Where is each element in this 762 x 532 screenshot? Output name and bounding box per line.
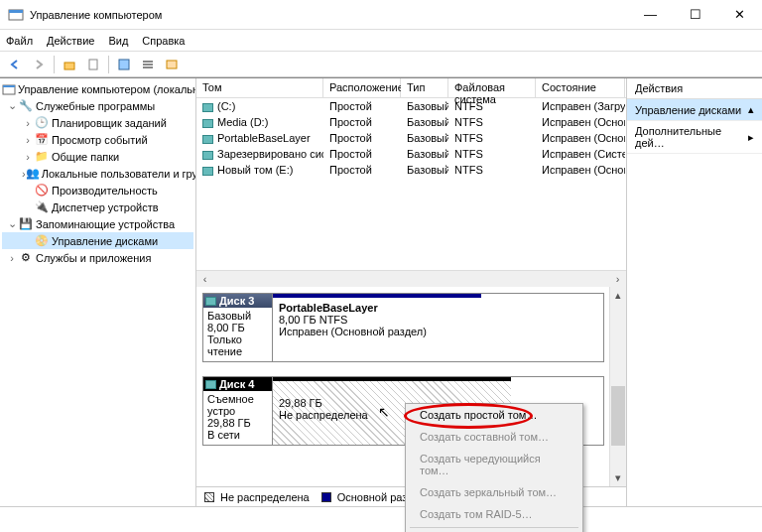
tree-event-viewer[interactable]: ›📅Просмотр событий	[2, 131, 193, 148]
ctx-create-simple-volume[interactable]: Создать простой том…	[406, 404, 582, 426]
svg-rect-4	[119, 60, 129, 69]
actions-panel: Действия Управление дисками▴ Дополнитель…	[627, 78, 762, 506]
chevron-up-icon: ▴	[748, 103, 754, 116]
tree-storage[interactable]: ⌄💾Запоминающие устройства	[2, 215, 193, 232]
window-title: Управление компьютером	[30, 9, 162, 21]
volume-icon	[202, 167, 213, 176]
disk-icon	[205, 380, 216, 389]
ctx-create-raid5-volume: Создать том RAID-5…	[406, 503, 582, 525]
tree-performance[interactable]: 🚫Производительность	[2, 182, 193, 199]
menu-view[interactable]: Вид	[108, 35, 128, 47]
col-volume[interactable]: Том	[196, 78, 323, 97]
expand-icon[interactable]: ⌄	[6, 217, 18, 230]
refresh-button[interactable]	[113, 54, 135, 75]
actions-header: Действия	[627, 78, 762, 99]
expand-icon[interactable]: ›	[22, 117, 34, 129]
table-row[interactable]: (C:)ПростойБазовыйNTFSИсправен (Загрузка…	[196, 98, 626, 114]
expand-icon[interactable]: ›	[22, 134, 34, 146]
ctx-create-striped-volume: Создать чередующийся том…	[406, 448, 582, 481]
volume-grid: Том Расположение Тип Файловая система Со…	[196, 78, 626, 287]
scroll-down-icon[interactable]: ▾	[610, 469, 626, 486]
tree-shared-folders[interactable]: ›📁Общие папки	[2, 148, 193, 165]
svg-rect-3	[89, 60, 97, 69]
ctx-create-mirrored-volume: Создать зеркальный том…	[406, 481, 582, 503]
volume-icon	[202, 151, 213, 160]
help-button[interactable]	[161, 54, 183, 75]
disk-icon	[205, 297, 216, 306]
vertical-scrollbar[interactable]: ▴ ▾	[609, 287, 626, 486]
ctx-create-spanned-volume: Создать составной том…	[406, 426, 582, 448]
titlebar: Управление компьютером — ☐ ✕	[0, 0, 762, 30]
volume-icon	[202, 119, 213, 128]
tree-system-tools[interactable]: ⌄🔧Служебные программы	[2, 97, 193, 114]
grid-header: Том Расположение Тип Файловая система Со…	[196, 78, 626, 98]
scroll-left-icon[interactable]: ‹	[196, 271, 213, 288]
scroll-up-icon[interactable]: ▴	[610, 287, 626, 304]
tree-local-users[interactable]: ›👥Локальные пользователи и группы	[2, 165, 193, 182]
table-row[interactable]: PortableBaseLayerПростойБазовыйNTFSИспра…	[196, 130, 626, 146]
svg-rect-8	[167, 61, 177, 68]
cursor-icon: ↖	[378, 404, 390, 420]
disk-3[interactable]: Диск 3 Базовый 8,00 ГБ Только чтение Por…	[202, 293, 604, 362]
table-row[interactable]: Media (D:)ПростойБазовыйNTFSИсправен (Ос…	[196, 114, 626, 130]
list-button[interactable]	[137, 54, 159, 75]
scrollbar-thumb[interactable]	[611, 386, 625, 446]
menu-file[interactable]: Файл	[6, 35, 33, 47]
partition-portablebaselayer[interactable]: PortableBaseLayer 8,00 ГБ NTFS Исправен …	[273, 294, 481, 361]
expand-icon[interactable]: ⌄	[6, 99, 18, 112]
back-button[interactable]	[4, 54, 26, 75]
tree-panel: Управление компьютером (локальным) ⌄🔧Слу…	[0, 78, 196, 506]
maximize-button[interactable]: ☐	[673, 0, 717, 29]
menu-action[interactable]: Действие	[47, 35, 94, 47]
props-button[interactable]	[82, 54, 104, 75]
forward-button[interactable]	[28, 54, 50, 75]
close-button[interactable]: ✕	[717, 0, 762, 29]
volume-icon	[202, 135, 213, 144]
minimize-button[interactable]: —	[628, 0, 673, 29]
tree-task-scheduler[interactable]: ›🕒Планировщик заданий	[2, 114, 193, 131]
actions-disk-management[interactable]: Управление дисками▴	[627, 99, 762, 121]
menubar: Файл Действие Вид Справка	[0, 30, 762, 52]
statusbar	[0, 506, 762, 528]
svg-rect-7	[143, 66, 153, 68]
chevron-right-icon: ▸	[748, 131, 754, 144]
col-type[interactable]: Тип	[401, 78, 448, 97]
tree-services[interactable]: ›⚙Службы и приложения	[2, 249, 193, 266]
col-fs[interactable]: Файловая система	[448, 78, 536, 97]
up-button[interactable]	[59, 54, 80, 75]
col-status[interactable]: Состояние	[536, 78, 625, 97]
svg-rect-1	[9, 10, 23, 13]
svg-rect-2	[64, 63, 74, 69]
expand-icon[interactable]: ›	[22, 151, 34, 163]
app-icon	[8, 7, 24, 23]
menu-help[interactable]: Справка	[142, 35, 185, 47]
svg-rect-6	[143, 64, 153, 66]
svg-rect-10	[3, 85, 15, 87]
expand-icon[interactable]: ›	[6, 252, 18, 264]
col-layout[interactable]: Расположение	[323, 78, 401, 97]
tree-device-manager[interactable]: 🔌Диспетчер устройств	[2, 199, 193, 215]
svg-rect-5	[143, 61, 153, 63]
actions-more[interactable]: Дополнительные дей…▸	[627, 121, 762, 154]
tree-disk-management[interactable]: 📀Управление дисками	[2, 232, 193, 249]
tree-root[interactable]: Управление компьютером (локальным)	[2, 80, 193, 97]
context-menu: Создать простой том… Создать составной т…	[405, 403, 583, 532]
toolbar	[0, 52, 762, 77]
volume-icon	[202, 103, 213, 112]
legend-swatch-unallocated	[204, 492, 214, 502]
horizontal-scrollbar[interactable]: ‹ ›	[196, 270, 626, 287]
table-row[interactable]: Зарезервировано системойПростойБазовыйNT…	[196, 146, 626, 162]
table-row[interactable]: Новый том (E:)ПростойБазовыйNTFSИсправен…	[196, 162, 626, 178]
legend-swatch-primary	[321, 492, 331, 502]
scroll-right-icon[interactable]: ›	[609, 271, 626, 288]
